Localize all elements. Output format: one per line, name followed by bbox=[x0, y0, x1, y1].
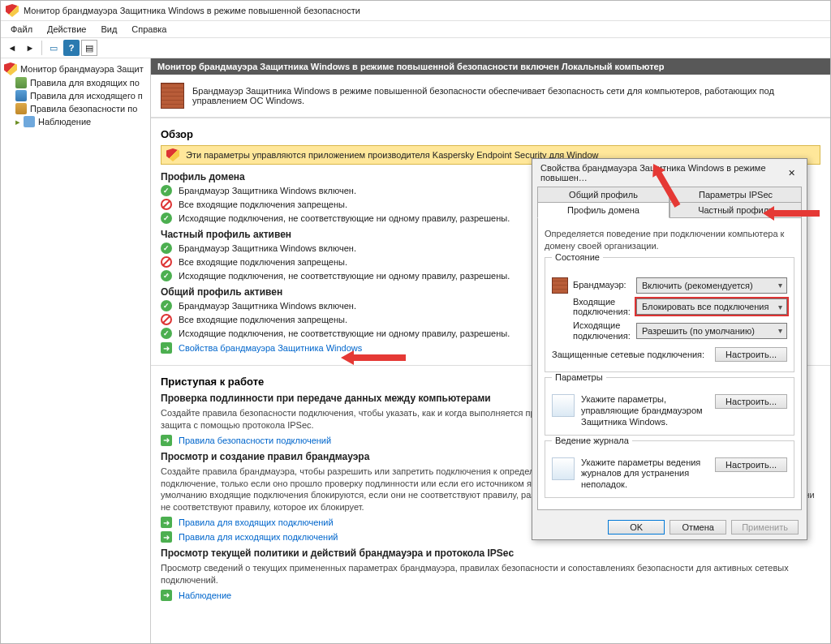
params-customize-button[interactable]: Настроить... bbox=[715, 394, 787, 409]
security-rules-link[interactable]: Правила безопасности подключений bbox=[179, 436, 331, 445]
policy-text: Просмотр сведений о текущих примененных … bbox=[161, 562, 820, 586]
check-icon bbox=[161, 185, 172, 196]
combo-firewall-state[interactable]: Включить (рекомендуется) bbox=[636, 277, 787, 294]
tree-monitoring[interactable]: ▸Наблюдение bbox=[14, 115, 149, 128]
inbound-rules-link[interactable]: Правила для входящих подключений bbox=[179, 517, 334, 527]
check-icon bbox=[161, 300, 172, 311]
log-text: Укажите параметры ведения журналов для у… bbox=[581, 457, 708, 491]
log-icon bbox=[552, 457, 575, 480]
block-icon bbox=[161, 199, 172, 210]
toolbar: ◄ ► ▭ ? ▤ bbox=[1, 38, 830, 58]
check-icon bbox=[161, 243, 172, 254]
tab-ipsec[interactable]: Параметры IPSec bbox=[670, 187, 802, 202]
apply-button[interactable]: Применить bbox=[731, 520, 799, 535]
tab-domain-profile[interactable]: Профиль домена bbox=[537, 202, 670, 218]
firewall-brick-icon bbox=[161, 83, 184, 109]
protected-customize-button[interactable]: Настроить... bbox=[715, 347, 787, 362]
check-icon bbox=[161, 270, 172, 281]
monitor-icon bbox=[24, 116, 35, 127]
overview-title: Обзор bbox=[161, 128, 820, 140]
main-header: Монитор брандмауэра Защитника Windows в … bbox=[151, 58, 830, 75]
toolbar-list-icon[interactable]: ▭ bbox=[45, 40, 62, 56]
menu-help[interactable]: Справка bbox=[125, 23, 173, 36]
inbound-icon bbox=[15, 77, 27, 88]
go-icon bbox=[161, 342, 172, 354]
check-icon bbox=[161, 328, 172, 339]
nav-back-button[interactable]: ◄ bbox=[4, 40, 20, 56]
toolbar-help-icon[interactable]: ? bbox=[63, 40, 80, 56]
dialog-close-button[interactable]: ✕ bbox=[781, 165, 802, 181]
label-inbound: Входящие подключения: bbox=[573, 297, 631, 317]
block-icon bbox=[161, 256, 172, 268]
nav-forward-button[interactable]: ► bbox=[22, 40, 38, 56]
shield-icon bbox=[4, 62, 17, 75]
policy-head: Просмотр текущей политики и действий бра… bbox=[161, 547, 820, 559]
go-icon bbox=[161, 517, 172, 528]
dialog-title: Свойства брандмауэра Защитника Windows в… bbox=[540, 163, 781, 182]
cancel-button[interactable]: Отмена bbox=[670, 520, 726, 535]
firewall-properties-dialog: Свойства брандмауэра Защитника Windows в… bbox=[532, 158, 807, 540]
go-icon bbox=[161, 531, 172, 543]
label-outbound: Исходящие подключения: bbox=[573, 320, 631, 341]
combo-inbound[interactable]: Блокировать все подключения bbox=[636, 298, 787, 315]
params-text: Укажите параметры, управляющие брандмауэ… bbox=[581, 394, 708, 427]
ok-button[interactable]: OK bbox=[608, 520, 665, 535]
window-title: Монитор брандмауэра Защитника Windows в … bbox=[24, 6, 360, 15]
tree-inbound-rules[interactable]: Правила для входящих по bbox=[14, 76, 149, 89]
log-customize-button[interactable]: Настроить... bbox=[715, 457, 787, 472]
label-protected: Защищенные сетевые подключения: bbox=[552, 350, 710, 359]
titlebar: Монитор брандмауэра Защитника Windows в … bbox=[1, 1, 830, 21]
warn-shield-icon bbox=[166, 148, 179, 161]
go-icon bbox=[161, 590, 172, 601]
tree-security-rules[interactable]: Правила безопасности по bbox=[14, 102, 149, 115]
firewall-brick-icon bbox=[552, 277, 568, 294]
tree-outbound-rules[interactable]: Правила для исходящего п bbox=[14, 89, 149, 102]
header-description: Брандмауэр Защитника Windows в режиме по… bbox=[192, 86, 820, 105]
tree-root[interactable]: Монитор брандмауэра Защит bbox=[2, 62, 149, 76]
check-icon bbox=[161, 213, 172, 224]
nav-tree: Монитор брандмауэра Защит Правила для вх… bbox=[1, 58, 151, 643]
tab-private-profile[interactable]: Частный профиль bbox=[670, 202, 802, 218]
security-icon bbox=[15, 103, 27, 114]
outbound-icon bbox=[15, 90, 27, 101]
tab-public-profile[interactable]: Общий профиль bbox=[537, 187, 670, 202]
menubar: Файл Действие Вид Справка bbox=[1, 21, 830, 38]
monitoring-link[interactable]: Наблюдение bbox=[179, 590, 231, 600]
outbound-rules-link[interactable]: Правила для исходящих подключений bbox=[179, 532, 338, 542]
params-icon bbox=[552, 394, 575, 417]
label-firewall: Брандмауэр: bbox=[573, 280, 631, 290]
menu-file[interactable]: Файл bbox=[4, 23, 39, 36]
menu-view[interactable]: Вид bbox=[94, 23, 123, 36]
group-params-title: Параметры bbox=[552, 372, 606, 382]
block-icon bbox=[161, 314, 172, 325]
group-log-title: Ведение журнала bbox=[552, 436, 632, 445]
go-icon bbox=[161, 435, 172, 446]
shield-appicon bbox=[6, 4, 19, 17]
group-state-title: Состояние bbox=[552, 252, 603, 262]
combo-outbound[interactable]: Разрешить (по умолчанию) bbox=[636, 323, 787, 339]
tab-description: Определяется поведение при подключении к… bbox=[545, 228, 794, 252]
menu-action[interactable]: Действие bbox=[41, 23, 93, 36]
firewall-properties-link[interactable]: Свойства брандмауэра Защитника Windows bbox=[179, 343, 362, 353]
toolbar-doc-icon[interactable]: ▤ bbox=[81, 40, 97, 56]
